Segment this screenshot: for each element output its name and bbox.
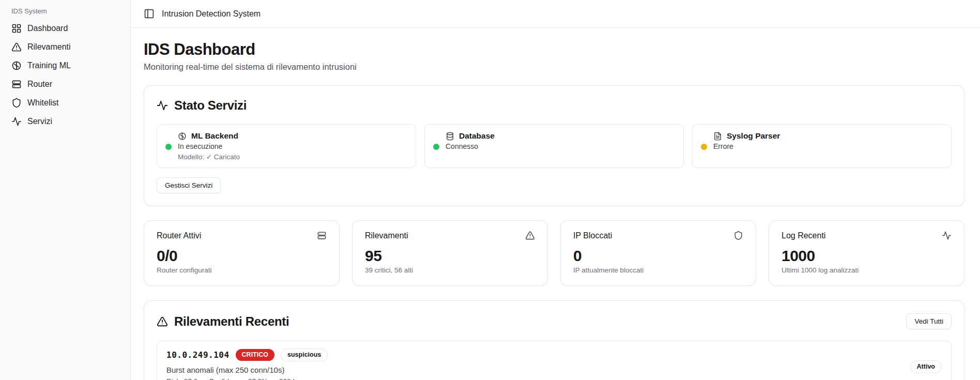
tag-badge: suspicious	[281, 348, 328, 361]
stat-card-rilevamenti: Rilevamenti 95 39 critici, 56 alti	[352, 220, 548, 286]
stat-title: Log Recenti	[782, 231, 825, 240]
detection-row[interactable]: 10.0.249.104 CRITICO suspicious Burst an…	[157, 341, 952, 380]
alert-triangle-icon	[525, 231, 535, 240]
stat-title: Router Attivi	[157, 231, 201, 240]
sidebar-item-whitelist[interactable]: Whitelist	[7, 94, 123, 112]
dashboard-icon	[11, 23, 22, 34]
detection-row-main: 10.0.249.104 CRITICO suspicious Burst an…	[166, 348, 328, 380]
activity-icon	[157, 100, 168, 111]
stat-title: Rilevamenti	[365, 231, 408, 240]
shield-icon	[733, 231, 743, 240]
detections-card-title: Rilevamenti Recenti	[157, 314, 289, 329]
status-dot	[165, 144, 172, 150]
service-name: Database	[459, 131, 495, 141]
status-dot	[701, 144, 707, 150]
sidebar-item-training-ml[interactable]: Training ML	[7, 56, 123, 75]
page-subtitle: Monitoring real-time del sistema di rile…	[144, 62, 964, 72]
detection-log-count: 368 log	[279, 377, 302, 380]
status-dot	[433, 144, 439, 150]
service-syslog-parser: Syslog Parser Errore	[692, 124, 952, 168]
stat-caption: Router configurati	[157, 266, 327, 274]
stat-caption: Ultimi 1000 log analizzati	[782, 266, 952, 274]
view-all-button[interactable]: Vedi Tutti	[906, 313, 952, 329]
activity-icon	[11, 116, 22, 127]
sidebar-item-router[interactable]: Router	[7, 75, 123, 94]
router-icon	[317, 231, 327, 240]
stat-card-ip-bloccati: IP Bloccati 0 IP attualmente bloccati	[560, 220, 756, 286]
service-name: Syslog Parser	[727, 131, 780, 141]
stat-value: 0	[573, 247, 743, 265]
stat-value: 1000	[782, 247, 952, 265]
panel-left-icon[interactable]	[144, 8, 155, 19]
detection-confidence: Confidence: 87.6%	[209, 377, 268, 380]
brain-icon	[178, 132, 187, 141]
severity-badge: CRITICO	[236, 349, 274, 361]
alert-triangle-icon	[157, 316, 168, 327]
stat-title: IP Bloccati	[573, 231, 612, 240]
stat-value: 0/0	[157, 247, 327, 265]
services-card-title: Stato Servizi	[157, 98, 952, 113]
alert-triangle-icon	[11, 42, 22, 52]
stat-card-router-attivi: Router Attivi 0/0 Router configurati	[144, 220, 340, 286]
detection-ip: 10.0.249.104	[166, 350, 229, 360]
detection-status-badge: Attivo	[910, 360, 942, 373]
database-icon	[446, 132, 454, 141]
service-name: ML Backend	[191, 131, 238, 141]
recent-detections-card: Rilevamenti Recenti Vedi Tutti 10.0.249.…	[144, 300, 964, 380]
sidebar-item-label: Whitelist	[27, 98, 58, 108]
service-database: Database Connesso	[424, 124, 684, 168]
main-area: Intrusion Detection System IDS Dashboard…	[131, 0, 980, 380]
services-grid: ML Backend In esecuzione Modello: ✓ Cari…	[157, 124, 952, 168]
manage-services-button[interactable]: Gestisci Servizi	[157, 177, 221, 193]
detection-risk: Risk: 87.6	[166, 377, 197, 380]
detection-description: Burst anomali (max 250 conn/10s)	[166, 366, 328, 374]
content: IDS Dashboard Monitoring real-time del s…	[131, 28, 980, 380]
sidebar-item-servizi[interactable]: Servizi	[7, 112, 123, 131]
sidebar-item-dashboard[interactable]: Dashboard	[7, 19, 123, 38]
sidebar-item-label: Dashboard	[27, 24, 68, 33]
brain-icon	[11, 60, 22, 71]
stat-card-log-recenti: Log Recenti 1000 Ultimi 1000 log analizz…	[769, 220, 964, 286]
stat-caption: 39 critici, 56 alti	[365, 266, 535, 274]
services-card-title-text: Stato Servizi	[174, 98, 247, 113]
sidebar: IDS System Dashboard Rilevamenti Trainin…	[0, 0, 131, 380]
router-icon	[11, 79, 22, 89]
service-status: In esecuzione	[178, 142, 240, 150]
topbar: Intrusion Detection System	[131, 0, 980, 28]
stat-value: 95	[365, 247, 535, 265]
services-status-card: Stato Servizi ML Backend In esecuzione M…	[144, 85, 964, 206]
detections-card-title-text: Rilevamenti Recenti	[174, 314, 289, 329]
service-detail: Modello: ✓ Caricato	[178, 153, 240, 161]
shield-icon	[11, 98, 22, 108]
sidebar-item-label: Training ML	[27, 61, 71, 70]
page-title: IDS Dashboard	[144, 40, 964, 59]
sidebar-item-label: Rilevamenti	[27, 42, 71, 52]
sidebar-item-label: Router	[27, 80, 52, 89]
activity-icon	[942, 231, 952, 240]
stats-grid: Router Attivi 0/0 Router configurati Ril…	[144, 220, 964, 286]
topbar-title: Intrusion Detection System	[162, 9, 261, 19]
service-status: Connesso	[446, 142, 495, 150]
service-status: Errore	[713, 142, 780, 150]
sidebar-title: IDS System	[7, 4, 123, 19]
sidebar-item-label: Servizi	[27, 117, 52, 126]
stat-caption: IP attualmente bloccati	[573, 266, 743, 274]
service-ml-backend: ML Backend In esecuzione Modello: ✓ Cari…	[157, 124, 416, 168]
file-text-icon	[713, 132, 722, 141]
sidebar-item-rilevamenti[interactable]: Rilevamenti	[7, 38, 123, 56]
